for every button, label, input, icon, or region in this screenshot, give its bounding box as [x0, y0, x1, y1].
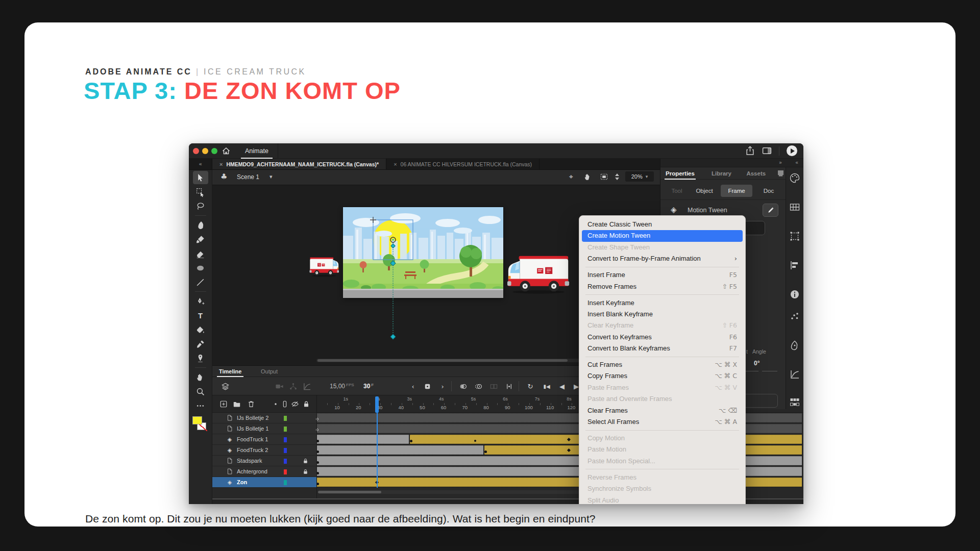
frame-rate-value[interactable]: 15,00FPS	[330, 383, 354, 390]
stage-canvas[interactable]	[343, 207, 503, 298]
eyedropper-tool[interactable]	[193, 337, 208, 350]
menu-item-convert-to-keyframes[interactable]: Convert to KeyframesF6	[582, 332, 743, 343]
menu-item-insert-blank-keyframe[interactable]: Insert Blank Keyframe	[582, 309, 743, 320]
panel-menu-icon[interactable]	[778, 170, 783, 175]
frame-span-static[interactable]	[316, 445, 484, 455]
fill-color-swatch[interactable]	[192, 416, 202, 424]
text-tool[interactable]: T	[193, 309, 208, 322]
color-palette-icon[interactable]	[789, 172, 801, 185]
menu-item-select-all-frames[interactable]: Select All Frames⌥ ⌘ A	[582, 416, 743, 428]
angle-value[interactable]: 0°	[754, 360, 760, 367]
subselection-tool[interactable]	[193, 185, 208, 198]
asset-warp-tool[interactable]	[193, 352, 208, 365]
info-panel-icon[interactable]	[789, 289, 801, 301]
collapse-strip-icon[interactable]: «	[795, 160, 798, 165]
menu-item-insert-frame[interactable]: Insert FrameF5	[582, 269, 743, 281]
zoom-stepper[interactable]	[615, 173, 619, 180]
zoom-tool[interactable]	[193, 385, 208, 398]
close-tab-icon[interactable]: ×	[394, 161, 397, 167]
info-panel-icon	[789, 289, 800, 300]
insert-keyframe-button[interactable]	[422, 381, 433, 391]
collapse-toolbar-icon[interactable]: «	[189, 159, 212, 169]
custom-onion-markers-button[interactable]	[503, 381, 514, 391]
pen-tool[interactable]	[193, 294, 208, 308]
menu-item-create-motion-tween[interactable]: Create Motion Tween	[582, 230, 743, 241]
eraser-tool[interactable]	[193, 247, 208, 260]
doc-tab-06-animate-cc-hilversum-icetruck-fla-canvas[interactable]: ×06 ANIMATE CC HILVERSUM ICETRUCK.fla (C…	[386, 159, 540, 169]
scrollbar-thumb[interactable]	[317, 359, 568, 362]
clip-content-icon[interactable]	[599, 172, 609, 181]
selection-tool[interactable]	[193, 171, 208, 184]
frame-span-static[interactable]	[316, 435, 410, 444]
onion-skin-button[interactable]	[457, 381, 469, 391]
playhead-marker[interactable]	[375, 396, 379, 413]
menu-item-convert-to-blank-keyframes[interactable]: Convert to Blank KeyframesF7	[582, 343, 743, 354]
rewind-button[interactable]: ▮◀	[541, 381, 552, 391]
stage-zoom-select[interactable]: 20% ▾	[625, 171, 654, 182]
home-icon[interactable]	[222, 146, 231, 156]
tab-animate[interactable]: Animate	[236, 143, 278, 159]
loop-button[interactable]: ↻	[525, 381, 536, 391]
color-swatches[interactable]	[192, 416, 209, 437]
new-folder-button[interactable]	[232, 399, 242, 409]
subtab-frame[interactable]: Frame	[721, 185, 752, 197]
lasso-tool[interactable]	[193, 199, 208, 213]
fluid-brush-tool[interactable]	[193, 218, 208, 232]
minimize-button[interactable]	[202, 148, 208, 154]
menu-item-clear-frames[interactable]: Clear Frames⌥ ⌫	[582, 405, 743, 416]
scene-dropdown-icon[interactable]: ▾	[270, 173, 273, 180]
subtab-object[interactable]: Object	[690, 185, 719, 197]
timeline-horizontal-scrollbar[interactable]	[318, 490, 604, 494]
next-keyframe-button[interactable]: ›	[437, 381, 448, 391]
tab-timeline[interactable]: Timeline	[217, 366, 243, 377]
menu-item-convert-to-frame-by-frame-animation[interactable]: Convert to Frame-by-Frame Animation›	[582, 253, 743, 264]
close-button[interactable]	[193, 148, 199, 154]
more-tools-tool[interactable]	[193, 399, 208, 412]
hand-icon[interactable]	[582, 172, 593, 181]
ice-cream-truck-small[interactable]	[309, 257, 339, 277]
ice-cream-truck-large[interactable]	[507, 255, 570, 294]
frames-panel-icon[interactable]	[789, 202, 801, 214]
tab-output[interactable]: Output	[259, 366, 280, 377]
classic-brush-tool[interactable]	[193, 233, 208, 246]
asset-warp-panel-icon[interactable]	[789, 340, 801, 352]
transform-panel-icon[interactable]	[789, 231, 801, 243]
stage-horizontal-scrollbar[interactable]	[316, 359, 599, 362]
panel-tab-properties[interactable]: Properties	[665, 167, 696, 180]
new-layer-button[interactable]	[218, 399, 229, 409]
hand-tool[interactable]	[193, 370, 208, 384]
history-panel-icon[interactable]	[789, 311, 801, 323]
panel-tab-library[interactable]: Library	[710, 167, 732, 180]
fullscreen-button[interactable]	[211, 148, 217, 154]
collapse-dock-icon[interactable]: »	[779, 160, 782, 165]
step-back-button[interactable]: ◀	[556, 381, 568, 391]
center-frame-icon[interactable]: ⌖	[566, 172, 576, 181]
menu-item-copy-frames[interactable]: Copy Frames⌥ ⌘ C	[582, 370, 743, 382]
test-movie-button[interactable]	[787, 145, 797, 156]
scrollbar-thumb[interactable]	[318, 491, 381, 493]
panel-tab-assets[interactable]: Assets	[745, 167, 767, 180]
frame-picker-panel-icon[interactable]	[789, 397, 801, 409]
doc-tab-hmemdo9-achternaam-naam-icetruck-fla-canvas[interactable]: ×HMEMDO9_ACHTERNAAM_NAAM_ICETRUCK.fla (C…	[212, 159, 386, 169]
menu-item-remove-frames[interactable]: Remove Frames⇧ F5	[582, 281, 743, 292]
menu-item-create-classic-tween[interactable]: Create Classic Tween	[582, 219, 743, 230]
frames-panel-icon	[789, 202, 800, 213]
layer-stack-button[interactable]	[219, 381, 231, 391]
previous-keyframe-button[interactable]: ‹	[407, 381, 419, 391]
close-tab-icon[interactable]: ×	[219, 161, 223, 167]
menu-item-insert-keyframe[interactable]: Insert Keyframe	[582, 297, 743, 309]
onion-skin-outlines-button[interactable]	[473, 381, 484, 391]
edit-tween-button[interactable]	[763, 204, 778, 217]
oval-tool[interactable]	[193, 261, 208, 274]
scene-breadcrumb[interactable]: Scene 1	[237, 173, 259, 181]
paint-bucket-tool[interactable]	[193, 323, 208, 336]
current-frame-value[interactable]: 30F	[363, 383, 374, 390]
delete-layer-button[interactable]	[246, 399, 256, 409]
graph-editor-panel-icon[interactable]	[789, 369, 801, 381]
subtab-doc[interactable]: Doc	[758, 185, 779, 197]
share-icon[interactable]	[745, 146, 755, 156]
workspace-icon[interactable]	[762, 146, 772, 156]
align-panel-icon[interactable]	[789, 260, 801, 272]
line-tool[interactable]	[193, 276, 208, 289]
menu-item-cut-frames[interactable]: Cut Frames⌥ ⌘ X	[582, 359, 743, 370]
